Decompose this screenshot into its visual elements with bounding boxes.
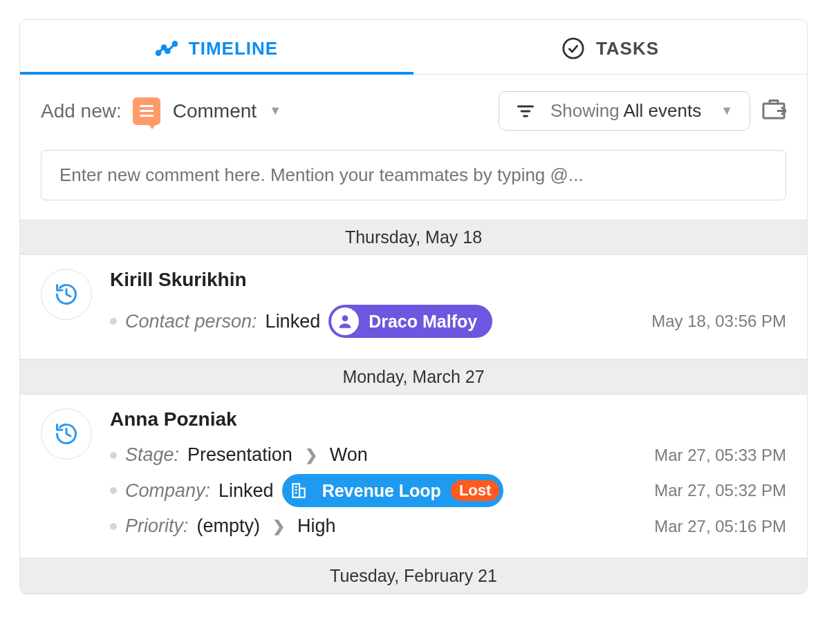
svg-point-10 (342, 315, 349, 321)
person-icon (331, 307, 359, 335)
tabs: TIMELINE TASKS (20, 20, 807, 75)
bullet-icon (110, 318, 117, 325)
date-separator: Monday, March 27 (20, 359, 807, 395)
timestamp: Mar 27, 05:16 PM (646, 517, 786, 536)
from-value: Presentation (187, 444, 292, 466)
history-icon (41, 408, 92, 460)
svg-point-1 (162, 46, 165, 49)
bullet-icon (110, 523, 117, 530)
tab-tasks[interactable]: TASKS (414, 20, 807, 74)
entry-user: Anna Pozniak (110, 408, 786, 430)
company-pill[interactable]: Revenue Loop Lost (282, 474, 504, 507)
chevron-down-icon: ▼ (269, 104, 281, 118)
action-text: Linked (266, 311, 321, 332)
field-label: Priority: (125, 515, 189, 537)
timeline-entry: Kirill Skurikhin Contact person: Linked (20, 255, 807, 359)
date-separator: Thursday, May 18 (20, 220, 807, 255)
tab-timeline-label: TIMELINE (189, 38, 278, 59)
comment-icon (133, 97, 160, 125)
svg-rect-12 (299, 489, 305, 498)
add-type-value: Comment (173, 100, 257, 122)
filter-settings-button[interactable] (761, 97, 786, 125)
field-label: Contact person: (125, 311, 257, 332)
comment-input[interactable] (41, 150, 786, 200)
check-circle-icon (561, 37, 585, 60)
filter-showing-label: Showing (550, 100, 620, 121)
change-row: Stage: Presentation ❯ Won Mar 27, 05:33 … (110, 440, 786, 470)
timeline-chart-icon (156, 37, 178, 59)
to-value: High (297, 515, 336, 537)
svg-point-3 (173, 42, 176, 46)
timestamp: Mar 27, 05:33 PM (646, 446, 786, 465)
field-label: Company: (125, 480, 210, 502)
company-pill-label: Revenue Loop (322, 481, 441, 501)
tab-timeline[interactable]: TIMELINE (20, 20, 414, 74)
filter-value: All events (623, 100, 701, 121)
from-value: (empty) (197, 515, 261, 537)
bullet-icon (110, 452, 117, 459)
timeline-entry: Anna Pozniak Stage: Presentation ❯ Won M… (20, 395, 807, 558)
date-separator: Tuesday, February 21 (20, 558, 807, 594)
building-icon (285, 477, 313, 504)
svg-point-2 (165, 49, 169, 53)
add-new-label: Add new: (41, 100, 122, 122)
comment-input-area (20, 139, 807, 220)
svg-point-4 (564, 39, 583, 58)
arrow-right-icon: ❯ (268, 518, 289, 536)
field-label: Stage: (125, 444, 179, 466)
timestamp: Mar 27, 05:32 PM (646, 481, 786, 500)
status-badge: Lost (451, 480, 499, 501)
to-value: Won (330, 444, 368, 466)
entry-user: Kirill Skurikhin (110, 269, 786, 291)
tab-tasks-label: TASKS (596, 38, 659, 59)
events-filter-dropdown[interactable]: Showing All events ▼ (499, 91, 750, 131)
arrow-right-icon: ❯ (301, 446, 322, 464)
contact-pill-label: Draco Malfoy (369, 312, 477, 332)
history-icon (41, 269, 92, 320)
action-text: Linked (219, 480, 274, 502)
change-row: Contact person: Linked Draco Malfoy May … (110, 301, 786, 342)
chevron-down-icon: ▼ (721, 104, 733, 118)
add-type-dropdown[interactable]: Comment ▼ (171, 100, 281, 122)
timestamp: May 18, 03:56 PM (643, 312, 786, 331)
change-row: Company: Linked Revenue Lo (110, 470, 786, 511)
timeline-panel: TIMELINE TASKS Add new: Comment ▼ (19, 19, 808, 594)
change-row: Priority: (empty) ❯ High Mar 27, 05:16 P… (110, 511, 786, 541)
contact-pill[interactable]: Draco Malfoy (328, 305, 492, 338)
filter-icon (516, 102, 535, 121)
bullet-icon (110, 487, 117, 494)
svg-point-0 (156, 51, 160, 55)
toolbar: Add new: Comment ▼ Showing All events ▼ (20, 75, 807, 139)
